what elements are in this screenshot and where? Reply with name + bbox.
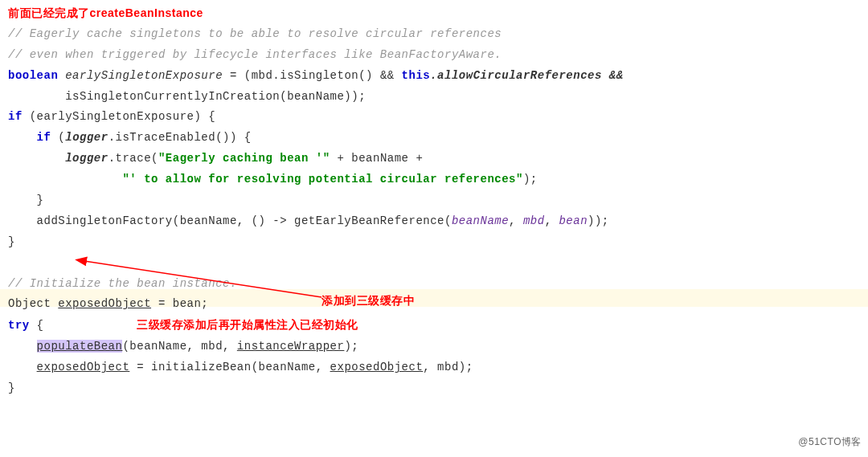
code-line bbox=[8, 253, 860, 274]
code-text: .trace( bbox=[108, 152, 158, 165]
code-text: } bbox=[8, 235, 15, 248]
code-text: } bbox=[8, 382, 15, 394]
code-text: .isTraceEnabled()) { bbox=[108, 131, 252, 144]
code-text: { bbox=[30, 319, 44, 332]
code-line: populateBean(beanName, mbd, instanceWrap… bbox=[8, 337, 860, 357]
code-line: logger.trace("Eagerly caching bean '" + … bbox=[8, 149, 860, 169]
code-text: ( bbox=[51, 131, 65, 144]
watermark: @51CTO博客 bbox=[798, 433, 862, 451]
code-text: = (mbd.isSingleton() && bbox=[223, 69, 402, 82]
code-text: Object bbox=[8, 297, 58, 310]
annotation-arrow-label: 添加到三级缓存中 bbox=[321, 291, 415, 312]
method-populatebean: populateBean bbox=[37, 340, 123, 353]
code-text: } bbox=[8, 194, 44, 206]
keyword-try: try bbox=[8, 319, 30, 332]
code-text: = initializeBean(beanName, bbox=[129, 361, 330, 373]
keyword-if: if bbox=[37, 131, 51, 144]
code-line: "' to allow for resolving potential circ… bbox=[8, 169, 860, 190]
code-line: Object exposedObject = bean; bbox=[8, 294, 860, 315]
param-bean: bean bbox=[559, 214, 588, 227]
code-text: ); bbox=[344, 340, 358, 353]
var-exposedobject: exposedObject bbox=[37, 361, 130, 373]
string-literal: "Eagerly caching bean '" bbox=[158, 152, 330, 165]
code-text: (earlySingletonExposure) { bbox=[23, 110, 215, 123]
code-block: 前面已经完成了createBeanInstance // Eagerly cac… bbox=[8, 3, 860, 399]
comment: // Initialize the bean instance. bbox=[8, 277, 237, 290]
code-line: if (logger.isTraceEnabled()) { bbox=[8, 128, 860, 149]
code-text: , mbd); bbox=[423, 361, 473, 373]
code-text: isSingletonCurrentlyInCreation(beanName)… bbox=[8, 90, 366, 103]
var-instancewrapper: instanceWrapper bbox=[237, 340, 345, 353]
code-text: (beanName, mbd, bbox=[122, 340, 236, 353]
code-line: } bbox=[8, 190, 860, 211]
annotation-inline: 三级缓存添加后再开始属性注入已经初始化 bbox=[137, 318, 358, 331]
code-line: if (earlySingletonExposure) { bbox=[8, 107, 860, 128]
code-text: )); bbox=[588, 214, 609, 227]
code-line: // Initialize the bean instance. bbox=[8, 274, 860, 295]
comment: // Eagerly cache singletons to be able t… bbox=[8, 27, 502, 40]
code-text: addSingletonFactory(beanName, () -> getE… bbox=[8, 214, 452, 227]
code-line: } bbox=[8, 378, 860, 399]
code-text bbox=[58, 69, 65, 82]
code-line: // Eagerly cache singletons to be able t… bbox=[8, 24, 860, 45]
param-beanname: beanName bbox=[452, 214, 509, 227]
code-text: + beanName + bbox=[330, 152, 424, 165]
keyword-boolean: boolean bbox=[8, 69, 58, 82]
var-early: earlySingletonExposure bbox=[65, 69, 223, 82]
var-exposedobject: exposedObject bbox=[330, 361, 424, 373]
code-line: exposedObject = initializeBean(beanName,… bbox=[8, 357, 860, 378]
var-exposedobject: exposedObject bbox=[58, 297, 151, 310]
code-text: ); bbox=[523, 173, 538, 186]
code-text: = bean; bbox=[151, 297, 208, 310]
comment: // even when triggered by lifecycle inte… bbox=[8, 48, 502, 61]
annotation-top: 前面已经完成了createBeanInstance bbox=[8, 3, 860, 24]
code-line: } bbox=[8, 232, 860, 253]
string-literal: "' to allow for resolving potential circ… bbox=[122, 173, 522, 186]
code-line: // even when triggered by lifecycle inte… bbox=[8, 45, 860, 66]
code-line: addSingletonFactory(beanName, () -> getE… bbox=[8, 211, 860, 232]
code-line: boolean earlySingletonExposure = (mbd.is… bbox=[8, 66, 860, 87]
code-line: try { 三级缓存添加后再开始属性注入已经初始化 bbox=[8, 315, 860, 337]
var-logger: logger bbox=[65, 131, 108, 144]
keyword-this: this bbox=[402, 69, 431, 82]
var-logger: logger bbox=[65, 152, 108, 165]
keyword-if: if bbox=[8, 110, 23, 123]
field-allow: .allowCircularReferences && bbox=[430, 69, 630, 82]
param-mbd: mbd bbox=[523, 214, 545, 227]
code-line: isSingletonCurrentlyInCreation(beanName)… bbox=[8, 87, 860, 108]
